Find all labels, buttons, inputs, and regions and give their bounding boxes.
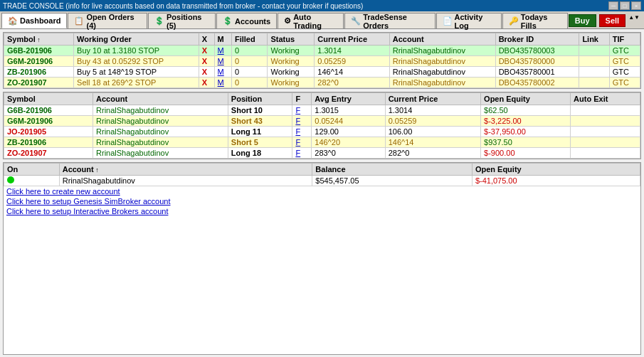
nav-tab-icon-activity-log: 📄 [443,16,453,26]
orders-cell-1-9 [579,56,609,67]
positions-cell-4-6: $-900.00 [481,148,571,159]
positions-cell-0-3: F [292,105,312,116]
positions-cell-0-2: Short 10 [228,105,292,116]
orders-cell-1-1: Buy 43 at 0.05292 STOP [74,56,199,67]
orders-cell-1-5: Working [268,56,315,67]
buy-button[interactable]: Buy [569,14,596,27]
main-content: SymbolWorking OrderXMFilledStatusCurrent… [0,29,644,357]
account-link-0[interactable]: Click here to create new account [4,186,640,196]
orders-col-2: X [199,33,214,46]
positions-cell-0-7 [571,105,640,116]
nav-tab-accounts[interactable]: 💲Accounts [216,13,277,28]
positions-cell-2-5: 106.00 [385,127,480,137]
close-button[interactable]: × [631,1,641,10]
nav-tab-icon-todays-fills: 🔑 [509,16,519,26]
positions-cell-2-2: Long 11 [228,127,292,137]
positions-cell-1-7 [571,116,640,127]
positions-cell-2-1: RrinalShagabutdinov [93,127,228,137]
orders-cell-2-10: GTC [609,67,640,78]
account-link-1[interactable]: Click here to setup Genesis SimBroker ac… [4,196,640,206]
nav-tab-label-dashboard: Dashboard [20,16,60,25]
orders-cell-2-0: ZB-201906 [4,67,74,78]
positions-cell-0-6: $62.50 [481,105,571,116]
nav-tab-tradesense[interactable]: 🔧TradeSense Orders [344,13,435,28]
title-bar: TRADE CONSOLE (info for live accounts ba… [0,0,644,11]
nav-tab-icon-open-orders: 📋 [74,16,84,26]
positions-cell-0-1: RrinalShagabutdinov [93,105,228,116]
orders-cell-2-3: M [214,67,231,78]
orders-cell-1-7: RrinalShagabutdinov [389,56,495,67]
table-row: G6B-201906RrinalShagabutdinovShort 10F1.… [4,105,640,116]
positions-cell-3-5: 146^14 [385,137,480,148]
orders-cell-1-0: G6M-201906 [4,56,74,67]
positions-cell-1-1: RrinalShagabutdinov [93,116,228,127]
nav-tab-icon-dashboard: 🏠 [8,16,18,26]
nav-tab-open-orders[interactable]: 📋Open Orders (4) [68,13,147,28]
positions-col-3: F [292,93,312,105]
nav-tab-dashboard[interactable]: 🏠Dashboard [1,13,67,28]
nav-tab-label-open-orders: Open Orders (4) [86,13,141,30]
account-link-2[interactable]: Click here to setup Interactive Brokers … [4,206,640,216]
maximize-button[interactable]: □ [620,1,630,10]
positions-cell-0-4: 1.3015 [312,105,385,116]
positions-col-2: Position [228,93,292,105]
nav-tab-label-todays-fills: Todays Fills [521,13,561,30]
window-controls: ─ □ × [608,1,641,10]
nav-tab-label-auto-trading: Auto Trading [293,13,337,30]
nav-bar: 🏠Dashboard📋Open Orders (4)💲Positions (5)… [0,11,644,29]
positions-cell-2-0: JO-201905 [4,127,93,137]
nav-tab-label-accounts: Accounts [235,17,270,26]
nav-tab-auto-trading[interactable]: ⚙Auto Trading [278,13,344,28]
table-row: ZB-201906RrinalShagabutdinovShort 5F146^… [4,137,640,148]
table-row: G6M-201906Buy 43 at 0.05292 STOPXM0Worki… [4,56,640,67]
orders-col-7: Account [389,33,495,46]
accounts-col-2: Balance [312,164,473,176]
orders-cell-0-8: DBO435780003 [495,46,579,56]
orders-cell-3-8: DBO435780002 [495,78,579,88]
scroll-arrows[interactable]: ▲▼ [628,14,640,27]
orders-cell-3-5: Working [268,78,315,88]
orders-cell-0-5: Working [268,46,315,56]
positions-col-6: Open Equity [481,93,571,105]
table-row: RrinalShagabutdinov$545,457.05$-41,075.0… [4,176,640,186]
positions-cell-3-2: Short 5 [228,137,292,148]
orders-cell-0-2: X [199,46,214,56]
orders-cell-0-3: M [214,46,231,56]
positions-col-7: Auto Exit [571,93,640,105]
orders-col-9: Link [579,33,609,46]
accounts-col-1: Account [59,164,312,176]
accounts-links: Click here to create new accountClick he… [4,186,640,216]
orders-col-1: Working Order [74,33,199,46]
orders-table: SymbolWorking OrderXMFilledStatusCurrent… [4,33,640,88]
sell-button[interactable]: Sell [599,14,626,27]
positions-cell-4-5: 282^0 [385,148,480,159]
positions-cell-2-7 [571,127,640,137]
table-row: G6B-201906Buy 10 at 1.3180 STOPXM0Workin… [4,46,640,56]
orders-col-3: M [214,33,231,46]
positions-cell-1-5: 0.05259 [385,116,480,127]
orders-cell-1-6: 0.05259 [315,56,389,67]
nav-right: Buy Sell ▲▼ [569,14,643,27]
orders-cell-0-7: RrinalShagabutdinov [389,46,495,56]
orders-cell-0-6: 1.3014 [315,46,389,56]
positions-cell-3-3: F [292,137,312,148]
orders-cell-2-2: X [199,67,214,78]
nav-tab-activity-log[interactable]: 📄Activity Log [436,13,502,28]
nav-tab-label-positions: Positions (5) [167,13,209,30]
positions-section: SymbolAccountPositionFAvg EntryCurrent P… [3,92,641,159]
accounts-cell-0-2: $545,457.05 [312,176,473,186]
orders-cell-1-3: M [214,56,231,67]
orders-cell-1-10: GTC [609,56,640,67]
positions-cell-2-3: F [292,127,312,137]
orders-col-10: TIF [609,33,640,46]
positions-cell-1-4: 0.05244 [312,116,385,127]
nav-tab-icon-positions: 💲 [154,16,164,26]
nav-tab-icon-auto-trading: ⚙ [284,16,291,26]
orders-cell-2-5: Working [268,67,315,78]
orders-cell-3-9 [579,78,609,88]
minimize-button[interactable]: ─ [608,1,618,10]
nav-tab-todays-fills[interactable]: 🔑Todays Fills [502,13,568,28]
nav-tab-positions[interactable]: 💲Positions (5) [148,13,216,28]
positions-cell-3-4: 146^20 [312,137,385,148]
orders-cell-2-1: Buy 5 at 148^19 STOP [74,67,199,78]
